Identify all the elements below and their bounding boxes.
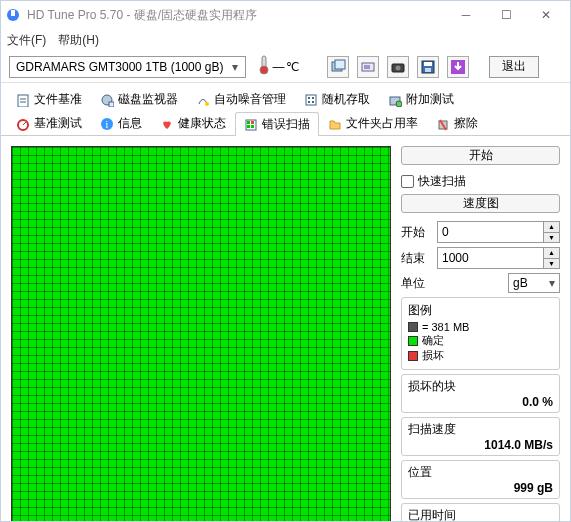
tab-label: 文件夹占用率	[346, 115, 418, 132]
unit-select[interactable]: gB ▾	[508, 273, 560, 293]
elapsed-box: 已用时间 6:44	[401, 503, 560, 521]
maximize-button[interactable]: ☐	[486, 3, 526, 27]
speedmap-button[interactable]: 速度图	[401, 194, 560, 213]
tab-label: 自动噪音管理	[214, 91, 286, 108]
tab-label: 磁盘监视器	[118, 91, 178, 108]
svg-rect-27	[247, 125, 250, 128]
start-spinner[interactable]: ▲▼	[543, 222, 559, 242]
extra-tests-icon	[388, 93, 402, 107]
minimize-button[interactable]: ─	[446, 3, 486, 27]
temperature-unit: ℃	[286, 60, 299, 74]
drive-select[interactable]: GDRAMARS GMT3000 1TB (1000 gB) ▾	[9, 56, 246, 78]
tab-bar: 文件基准磁盘监视器自动噪音管理随机存取附加测试基准测试i信息健康状态错误扫描文件…	[1, 83, 570, 136]
svg-point-9	[396, 65, 401, 70]
tab-info[interactable]: i信息	[91, 111, 151, 135]
info-icon: i	[100, 117, 114, 131]
tab-label: 健康状态	[178, 115, 226, 132]
scan-map	[11, 146, 391, 521]
close-button[interactable]: ✕	[526, 3, 566, 27]
start-button[interactable]: 开始	[401, 146, 560, 165]
svg-point-20	[396, 101, 402, 107]
unit-select-value: gB	[509, 276, 545, 290]
tab-health[interactable]: 健康状态	[151, 111, 235, 135]
checkbox-box	[401, 175, 414, 188]
svg-rect-12	[425, 68, 431, 72]
benchmark-icon	[16, 117, 30, 131]
tab-extra-tests[interactable]: 附加测试	[379, 87, 463, 111]
svg-text:i: i	[106, 119, 109, 130]
content-area: 开始 快速扫描 速度图 开始 0 ▲▼ 结束 1000	[1, 136, 570, 521]
unit-label: 单位	[401, 275, 431, 292]
svg-rect-14	[18, 95, 28, 107]
scan-speed-box: 扫描速度 1014.0 MB/s	[401, 417, 560, 456]
quickscan-checkbox[interactable]: 快速扫描	[401, 173, 560, 190]
legend-ok-swatch	[408, 336, 418, 346]
camera-button[interactable]	[387, 56, 409, 78]
menu-file[interactable]: 文件(F)	[7, 32, 46, 49]
health-icon	[160, 117, 174, 131]
start-input-value: 0	[438, 222, 543, 242]
svg-rect-28	[251, 125, 254, 128]
folder-usage-icon	[328, 117, 342, 131]
position-label: 位置	[408, 464, 553, 481]
save-button[interactable]	[417, 56, 439, 78]
titlebar: HD Tune Pro 5.70 - 硬盘/固态硬盘实用程序 ─ ☐ ✕	[1, 1, 570, 29]
legend-damaged-text: 损坏	[422, 348, 444, 363]
tab-aam[interactable]: 自动噪音管理	[187, 87, 295, 111]
tab-file-benchmark[interactable]: 文件基准	[7, 87, 91, 111]
erase-icon	[436, 117, 450, 131]
scan-speed-value: 1014.0 MB/s	[408, 438, 553, 452]
file-benchmark-icon	[16, 93, 30, 107]
temperature-value: —	[272, 60, 284, 74]
damaged-blocks-box: 损坏的块 0.0 %	[401, 374, 560, 413]
legend-block-text: = 381 MB	[422, 321, 469, 333]
tab-label: 随机存取	[322, 91, 370, 108]
svg-rect-25	[247, 121, 250, 124]
damaged-blocks-label: 损坏的块	[408, 378, 553, 395]
tab-disk-monitor[interactable]: 磁盘监视器	[91, 87, 187, 111]
exit-button[interactable]: 退出	[489, 56, 539, 78]
copy-info-button[interactable]	[327, 56, 349, 78]
svg-rect-5	[335, 60, 345, 69]
tab-folder-usage[interactable]: 文件夹占用率	[319, 111, 427, 135]
svg-rect-11	[424, 62, 432, 66]
start-button-label: 开始	[469, 147, 493, 164]
legend-damaged-swatch	[408, 351, 418, 361]
tab-benchmark[interactable]: 基准测试	[7, 111, 91, 135]
menu-help[interactable]: 帮助(H)	[58, 32, 99, 49]
tab-random-access[interactable]: 随机存取	[295, 87, 379, 111]
svg-rect-16	[109, 102, 114, 107]
tab-label: 擦除	[454, 115, 478, 132]
tab-label: 错误扫描	[262, 116, 310, 133]
menubar: 文件(F) 帮助(H)	[1, 29, 570, 51]
download-button[interactable]	[447, 56, 469, 78]
legend-title: 图例	[408, 302, 553, 319]
scan-speed-label: 扫描速度	[408, 421, 553, 438]
elapsed-label: 已用时间	[408, 507, 553, 521]
svg-rect-1	[11, 10, 15, 16]
thermometer-icon	[258, 55, 270, 78]
chevron-down-icon: ▾	[227, 60, 243, 74]
disk-monitor-icon	[100, 93, 114, 107]
aam-icon	[196, 93, 210, 107]
app-window: HD Tune Pro 5.70 - 硬盘/固态硬盘实用程序 ─ ☐ ✕ 文件(…	[0, 0, 571, 522]
end-spinner[interactable]: ▲▼	[543, 248, 559, 268]
random-access-icon	[304, 93, 318, 107]
exit-label: 退出	[502, 58, 526, 75]
screenshot-button[interactable]	[357, 56, 379, 78]
error-scan-icon	[244, 118, 258, 132]
tab-error-scan[interactable]: 错误扫描	[235, 112, 319, 136]
window-title: HD Tune Pro 5.70 - 硬盘/固态硬盘实用程序	[27, 7, 446, 24]
end-field-label: 结束	[401, 250, 431, 267]
end-input-value: 1000	[438, 248, 543, 268]
chevron-down-icon: ▾	[545, 276, 559, 290]
tab-label: 附加测试	[406, 91, 454, 108]
tab-erase[interactable]: 擦除	[427, 111, 487, 135]
quickscan-label: 快速扫描	[418, 173, 466, 190]
svg-rect-18	[306, 95, 316, 105]
side-panel: 开始 快速扫描 速度图 开始 0 ▲▼ 结束 1000	[401, 146, 560, 511]
drive-select-value: GDRAMARS GMT3000 1TB (1000 gB)	[12, 60, 227, 74]
temperature-display: — ℃	[254, 55, 303, 78]
start-input[interactable]: 0 ▲▼	[437, 221, 560, 243]
end-input[interactable]: 1000 ▲▼	[437, 247, 560, 269]
